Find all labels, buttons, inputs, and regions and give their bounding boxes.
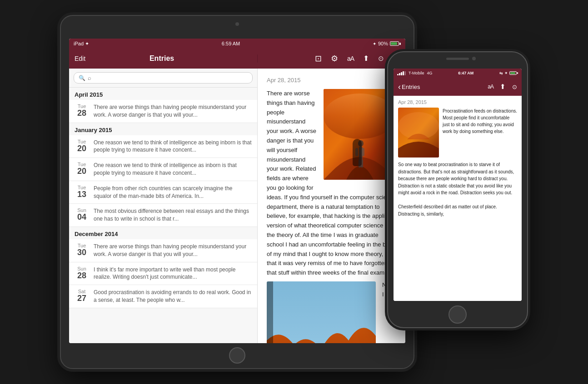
- ipad-status-right: ✦ 90%: [373, 41, 401, 46]
- ipad-sidebar: 🔍 April 2015 Tue 28 There are worse thin…: [69, 69, 258, 343]
- ipad-device: iPad ✦ 6:59 AM ✦ 90% Edit Entries: [60, 15, 414, 369]
- iphone-status-left: T-Mobile 4G: [397, 71, 433, 75]
- bluetooth-icon: ✦: [504, 71, 508, 75]
- entry-preview: One reason we tend to think of intellige…: [94, 162, 252, 177]
- font-size-icon[interactable]: aA: [488, 84, 493, 90]
- signal-bars: [397, 71, 406, 75]
- section-header-april: April 2015: [69, 88, 257, 100]
- ipad-content: 🔍 April 2015 Tue 28 There are worse thin…: [69, 69, 405, 343]
- list-item[interactable]: Sun 28 I think it's far more important t…: [69, 262, 257, 286]
- iphone-home-button[interactable]: [448, 305, 467, 324]
- iphone-article: Apr 28, 2015: [394, 96, 522, 301]
- svg-rect-7: [361, 159, 363, 167]
- iphone-device: T-Mobile 4G 6:47 AM ⇆ ✦ ‹ Entries: [387, 51, 528, 328]
- day-name: Tue: [75, 185, 89, 190]
- day-name: Sun: [75, 266, 89, 271]
- entry-date: Tue 28: [75, 103, 89, 118]
- iphone-battery: [509, 71, 518, 75]
- entry-date: Tue 13: [75, 185, 89, 199]
- svg-rect-4: [355, 148, 358, 156]
- iphone-status-bar: T-Mobile 4G 6:47 AM ⇆ ✦: [394, 69, 522, 78]
- battery-icon: [390, 41, 401, 46]
- article-date: Apr 28, 2015: [267, 77, 396, 84]
- iphone-status-right: ⇆ ✦: [499, 71, 518, 75]
- iphone-nav-right: aA ⬆ ⊙: [488, 83, 517, 91]
- list-item[interactable]: Sat 27 Good procrastination is avoiding …: [69, 285, 257, 308]
- search-icon: 🔍: [79, 75, 85, 81]
- day-num: 27: [75, 294, 89, 303]
- ipad-device-label: iPad ✦: [74, 41, 89, 47]
- back-button[interactable]: ‹ Entries: [398, 83, 420, 91]
- ipad-status-bar: iPad ✦ 6:59 AM ✦ 90%: [69, 39, 405, 49]
- iphone-camera: [472, 57, 476, 60]
- day-num: 28: [75, 109, 89, 118]
- day-num: 20: [75, 167, 89, 176]
- entry-date: Tue 30: [75, 243, 89, 257]
- entry-date: Sun 04: [75, 207, 89, 222]
- share-icon[interactable]: ⬆: [363, 54, 369, 63]
- font-size-icon[interactable]: aA: [347, 55, 354, 62]
- list-item[interactable]: Sun 04 The most obvious difference betwe…: [69, 204, 257, 227]
- entry-date: Tue 20: [75, 162, 89, 176]
- iphone-speaker: [446, 58, 469, 60]
- camera-icon[interactable]: ⊙: [378, 54, 384, 63]
- search-container: 🔍: [69, 69, 257, 88]
- battery-percent: 90%: [378, 41, 388, 46]
- list-item[interactable]: Tue 30 There are worse things than havin…: [69, 239, 257, 262]
- day-name: Tue: [75, 139, 89, 144]
- day-num: 30: [75, 248, 89, 257]
- iphone-article-photo: [398, 108, 439, 158]
- iphone-article-date: Apr 28, 2015: [398, 99, 517, 105]
- day-num: 28: [75, 271, 89, 281]
- ipad-status-time: 6:59 AM: [222, 41, 240, 46]
- back-label[interactable]: Entries: [402, 84, 420, 90]
- share-icon[interactable]: ⬆: [500, 83, 506, 91]
- ipad-home-button[interactable]: [229, 347, 245, 364]
- search-input[interactable]: [88, 74, 248, 81]
- iphone-article-row: Procrastination feeds on distractions. M…: [398, 108, 517, 158]
- entry-preview: Good procrastination is avoiding errands…: [94, 289, 252, 304]
- entry-date: Sun 28: [75, 266, 89, 281]
- ipad-article: Apr 28, 2015: [258, 69, 405, 343]
- list-item[interactable]: Tue 20 One reason we tend to think of in…: [69, 158, 257, 181]
- ipad-camera: [235, 22, 239, 26]
- list-item[interactable]: Tue 13 People from other rich countries …: [69, 181, 257, 204]
- gear-icon[interactable]: ⚙: [331, 54, 338, 64]
- svg-rect-9: [267, 281, 273, 343]
- list-item[interactable]: Tue 28 There are worse things than havin…: [69, 100, 257, 123]
- entry-date: Tue 20: [75, 139, 89, 153]
- wifi-icon: ⇆: [499, 71, 503, 75]
- entry-preview: The most obvious difference between real…: [94, 207, 252, 223]
- day-num: 13: [75, 190, 89, 199]
- camera-icon[interactable]: ⊙: [512, 84, 517, 90]
- iphone-time: 6:47 AM: [458, 71, 473, 75]
- bluetooth-icon: ✦: [373, 41, 376, 46]
- canyon-photo-right: [324, 89, 396, 180]
- entry-date: Sat 27: [75, 289, 89, 303]
- list-item[interactable]: Tue 20 One reason we tend to think of in…: [69, 135, 257, 158]
- iphone-article-caption: Procrastination feeds on distractions. M…: [443, 108, 517, 158]
- ipad-nav-bar: Edit Entries ⊡ ⚙ aA ⬆ ⊙ ✏: [69, 49, 405, 69]
- day-num: 20: [75, 144, 89, 153]
- svg-rect-6: [359, 159, 361, 167]
- svg-point-2: [358, 140, 364, 147]
- ipad-nav-right: ⊡ ⚙ aA ⬆ ⊙ ✏: [258, 54, 405, 64]
- section-header-january: January 2015: [69, 123, 257, 135]
- article-photo-left: [267, 281, 376, 343]
- section-header-december: December 2014: [69, 227, 257, 239]
- edit-button[interactable]: Edit: [75, 55, 85, 62]
- iphone-article-body: So one way to beat procrastination is to…: [398, 161, 517, 217]
- day-num: 04: [75, 213, 89, 222]
- iphone-nav-bar: ‹ Entries aA ⬆ ⊙: [394, 78, 522, 96]
- network-type: 4G: [427, 71, 433, 75]
- entry-preview: People from other rich countries can sca…: [94, 185, 252, 200]
- ipad-nav-title: Entries: [149, 54, 174, 63]
- search-box[interactable]: 🔍: [74, 72, 253, 84]
- ipad-screen: iPad ✦ 6:59 AM ✦ 90% Edit Entries: [69, 39, 405, 343]
- entry-preview: I think it's far more important to write…: [94, 266, 252, 281]
- svg-point-1: [324, 94, 396, 139]
- entry-preview: One reason we tend to think of intellige…: [94, 139, 252, 154]
- iphone-article-paragraph: So one way to beat procrastination is to…: [398, 161, 517, 217]
- folder-icon[interactable]: ⊡: [315, 54, 322, 64]
- entry-preview: There are worse things than having peopl…: [94, 103, 252, 119]
